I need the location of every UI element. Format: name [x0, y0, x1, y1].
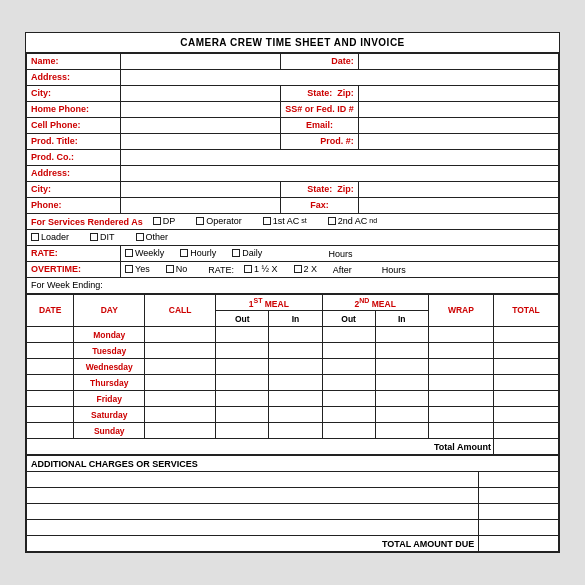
schedule-meal1-out-3[interactable] — [216, 375, 269, 391]
schedule-meal2-in-6[interactable] — [375, 423, 428, 439]
schedule-meal2-in-0[interactable] — [375, 327, 428, 343]
schedule-total-4[interactable] — [493, 391, 558, 407]
schedule-total-0[interactable] — [493, 327, 558, 343]
schedule-total-6[interactable] — [493, 423, 558, 439]
hourly-option[interactable]: Hourly — [180, 248, 216, 258]
operator-option[interactable]: Operator — [196, 216, 242, 226]
schedule-meal2-out-1[interactable] — [322, 343, 375, 359]
schedule-meal1-out-5[interactable] — [216, 407, 269, 423]
schedule-meal1-out-2[interactable] — [216, 359, 269, 375]
dit-option[interactable]: DIT — [90, 232, 115, 242]
additional-row3-desc[interactable] — [27, 504, 479, 520]
schedule-wrap-0[interactable] — [428, 327, 493, 343]
schedule-meal1-in-6[interactable] — [269, 423, 322, 439]
schedule-meal2-out-6[interactable] — [322, 423, 375, 439]
schedule-meal2-in-5[interactable] — [375, 407, 428, 423]
other-option[interactable]: Other — [136, 232, 169, 242]
additional-row1-amount[interactable] — [479, 472, 559, 488]
schedule-meal1-in-0[interactable] — [269, 327, 322, 343]
schedule-meal2-out-0[interactable] — [322, 327, 375, 343]
additional-row2-amount[interactable] — [479, 488, 559, 504]
phone-value[interactable] — [120, 197, 280, 213]
schedule-meal1-in-5[interactable] — [269, 407, 322, 423]
schedule-meal2-in-1[interactable] — [375, 343, 428, 359]
schedule-date-4[interactable] — [27, 391, 74, 407]
schedule-call-2[interactable] — [145, 359, 216, 375]
first-ac-option[interactable]: 1st ACst — [263, 216, 307, 226]
schedule-meal2-in-3[interactable] — [375, 375, 428, 391]
home-phone-value[interactable] — [120, 101, 280, 117]
city2-value[interactable] — [120, 181, 280, 197]
additional-row1-desc[interactable] — [27, 472, 479, 488]
second-ac-option[interactable]: 2nd ACnd — [328, 216, 377, 226]
schedule-meal2-in-4[interactable] — [375, 391, 428, 407]
schedule-meal1-out-4[interactable] — [216, 391, 269, 407]
ss-value[interactable] — [358, 101, 558, 117]
address2-value[interactable] — [120, 165, 558, 181]
schedule-meal1-in-3[interactable] — [269, 375, 322, 391]
schedule-total-3[interactable] — [493, 375, 558, 391]
schedule-meal1-in-1[interactable] — [269, 343, 322, 359]
additional-row2-desc[interactable] — [27, 488, 479, 504]
total-due-value[interactable] — [479, 536, 559, 552]
schedule-meal2-in-2[interactable] — [375, 359, 428, 375]
col-meal1-in: In — [269, 311, 322, 327]
schedule-date-3[interactable] — [27, 375, 74, 391]
state2-zip2-value[interactable] — [358, 181, 558, 197]
weekly-option[interactable]: Weekly — [125, 248, 164, 258]
schedule-meal1-out-6[interactable] — [216, 423, 269, 439]
schedule-call-4[interactable] — [145, 391, 216, 407]
daily-option[interactable]: Daily — [232, 248, 262, 258]
city-value[interactable] — [120, 85, 280, 101]
additional-row4-amount[interactable] — [479, 520, 559, 536]
no-option[interactable]: No — [166, 264, 188, 274]
prod-co-value[interactable] — [120, 149, 558, 165]
schedule-call-1[interactable] — [145, 343, 216, 359]
date-value[interactable] — [358, 53, 558, 69]
invoice-form: CAMERA CREW TIME SHEET AND INVOICE Name:… — [25, 32, 560, 554]
schedule-wrap-6[interactable] — [428, 423, 493, 439]
additional-row3-amount[interactable] — [479, 504, 559, 520]
schedule-total-1[interactable] — [493, 343, 558, 359]
additional-row4-desc[interactable] — [27, 520, 479, 536]
total-amount-value[interactable] — [493, 439, 558, 455]
schedule-meal1-in-4[interactable] — [269, 391, 322, 407]
schedule-date-5[interactable] — [27, 407, 74, 423]
prod-num-value[interactable] — [358, 133, 558, 149]
schedule-wrap-1[interactable] — [428, 343, 493, 359]
schedule-date-6[interactable] — [27, 423, 74, 439]
fax-value[interactable] — [358, 197, 558, 213]
schedule-meal2-out-5[interactable] — [322, 407, 375, 423]
schedule-date-2[interactable] — [27, 359, 74, 375]
yes-option[interactable]: Yes — [125, 264, 150, 274]
cell-phone-value[interactable] — [120, 117, 280, 133]
schedule-meal1-out-1[interactable] — [216, 343, 269, 359]
loader-row: Loader DIT Other — [27, 229, 559, 245]
rate-1-5x-option[interactable]: 1 ½ X — [244, 264, 278, 274]
schedule-wrap-4[interactable] — [428, 391, 493, 407]
prod-title-value[interactable] — [120, 133, 280, 149]
schedule-wrap-3[interactable] — [428, 375, 493, 391]
schedule-meal2-out-4[interactable] — [322, 391, 375, 407]
state-zip-value[interactable] — [358, 85, 558, 101]
schedule-meal1-in-2[interactable] — [269, 359, 322, 375]
schedule-date-1[interactable] — [27, 343, 74, 359]
rate-2x-option[interactable]: 2 X — [294, 264, 318, 274]
schedule-call-6[interactable] — [145, 423, 216, 439]
email-value[interactable] — [358, 117, 558, 133]
dp-option[interactable]: DP — [153, 216, 176, 226]
schedule-wrap-5[interactable] — [428, 407, 493, 423]
schedule-call-3[interactable] — [145, 375, 216, 391]
schedule-meal2-out-3[interactable] — [322, 375, 375, 391]
name-value[interactable] — [120, 53, 280, 69]
schedule-total-5[interactable] — [493, 407, 558, 423]
loader-option[interactable]: Loader — [31, 232, 69, 242]
address-value[interactable] — [120, 69, 558, 85]
schedule-wrap-2[interactable] — [428, 359, 493, 375]
schedule-meal2-out-2[interactable] — [322, 359, 375, 375]
schedule-call-5[interactable] — [145, 407, 216, 423]
schedule-meal1-out-0[interactable] — [216, 327, 269, 343]
schedule-total-2[interactable] — [493, 359, 558, 375]
schedule-call-0[interactable] — [145, 327, 216, 343]
schedule-date-0[interactable] — [27, 327, 74, 343]
